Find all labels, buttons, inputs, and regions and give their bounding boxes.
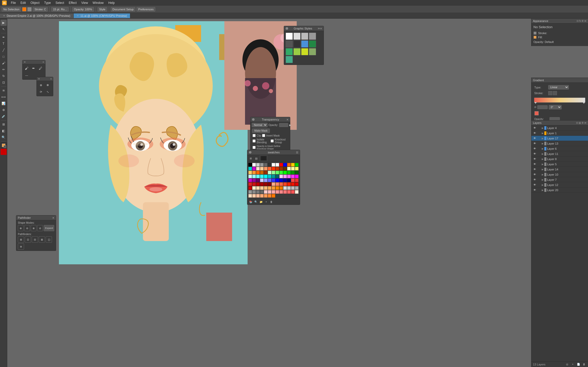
new-color-group-btn[interactable]: 📁 [259, 199, 263, 204]
swatch-cell-11[interactable] [291, 163, 295, 167]
swatch-cell-82[interactable] [264, 186, 268, 190]
transparency-arrow[interactable]: ▶ [289, 124, 291, 126]
show-all-swatches-btn[interactable]: ⊞ [248, 156, 253, 161]
swatch-cell-2[interactable] [256, 163, 260, 167]
swatch-cell-9[interactable] [283, 163, 287, 167]
swatch-cell-89[interactable] [291, 186, 295, 190]
appearance-expand-btn[interactable]: ≫ [584, 20, 586, 22]
swatch-cell-97[interactable] [272, 190, 275, 194]
swatch-cell-74[interactable] [283, 182, 287, 186]
swatch-cell-19[interactable] [272, 167, 275, 170]
swatch-cell-25[interactable] [295, 167, 299, 170]
clip-checkbox[interactable] [253, 134, 256, 137]
swatch-cell-110[interactable] [272, 194, 275, 198]
brush-btn-4[interactable]: — [24, 72, 30, 78]
swatch-cell-13[interactable] [248, 167, 252, 170]
swatch-cell-32[interactable] [272, 171, 275, 174]
layer-expand-1[interactable]: ▶ [542, 132, 544, 134]
layer-lock-7[interactable] [537, 162, 541, 166]
swatch-cell-26[interactable] [248, 171, 252, 174]
gradient-type-select[interactable]: Linear [548, 85, 569, 89]
swatch-cell-1[interactable] [252, 163, 256, 167]
gradient-stop-left[interactable] [534, 102, 537, 104]
brush-btn-1[interactable]: 🖌 [24, 65, 30, 71]
layer-expand-4[interactable]: ▶ [542, 147, 544, 150]
layer-eye-2[interactable]: 👁 [533, 137, 537, 140]
layer-expand-12[interactable]: ▶ [542, 189, 544, 191]
swatch-cell-48[interactable] [283, 175, 287, 178]
layer-item-3[interactable]: 👁▶Layer 13 [531, 141, 588, 146]
layer-item-10[interactable]: 👁▶Layer 7 [531, 177, 588, 182]
layer-lock-8[interactable] [537, 168, 541, 171]
gradient-stroke-icon-1[interactable] [548, 91, 552, 95]
close-icon-1[interactable]: ✕ [77, 14, 79, 17]
swatch-cell-87[interactable] [283, 186, 287, 190]
swatch-cell-106[interactable] [256, 194, 260, 198]
brush-selector[interactable]: 15 pt. Ro... [51, 7, 69, 12]
swatch-cell-93[interactable] [256, 190, 260, 194]
swatch-cell-96[interactable] [268, 190, 271, 194]
layer-eye-8[interactable]: 👁 [533, 168, 537, 171]
layer-eye-12[interactable]: 👁 [533, 188, 537, 192]
graphic-style-swatch-7[interactable] [309, 40, 316, 48]
blend-tool[interactable]: ⊕ [1, 107, 7, 113]
swatch-cell-4[interactable] [264, 163, 268, 167]
swatch-cell-84[interactable] [272, 186, 275, 190]
layer-eye-1[interactable]: 👁 [533, 131, 537, 135]
transparency-opacity-input[interactable]: 100% [279, 123, 288, 127]
layer-item-8[interactable]: 👁▶Layer 14 [531, 167, 588, 172]
swatch-cell-75[interactable] [287, 182, 291, 186]
graphic-styles-close-btn[interactable] [286, 27, 288, 30]
swatch-cell-22[interactable] [283, 167, 287, 170]
layer-item-5[interactable]: 👁▶Layer 11 [531, 151, 588, 156]
swatch-cell-66[interactable] [252, 182, 256, 186]
swatch-cell-78[interactable] [248, 186, 252, 190]
layer-item-9[interactable]: 👁▶Layer 10 [531, 172, 588, 177]
swatches-close-btn[interactable] [249, 151, 251, 154]
swatch-cell-100[interactable] [283, 190, 287, 194]
layer-eye-7[interactable]: 👁 [533, 162, 537, 166]
pencil-tool[interactable]: ✏ [1, 66, 7, 73]
minus-back-btn[interactable]: ⊛ [18, 243, 24, 250]
layers-icon-3[interactable]: ⚙ [582, 122, 584, 124]
graphic-styles-menu-btn[interactable]: ✕ [320, 27, 322, 30]
swatch-cell-105[interactable] [252, 194, 256, 198]
layer-eye-0[interactable]: 👁 [533, 126, 537, 130]
gradient-stroke-icon-2[interactable] [553, 91, 557, 95]
swatch-cell-42[interactable] [260, 175, 264, 178]
layer-eye-5[interactable]: 👁 [533, 152, 537, 156]
swatch-cell-5[interactable] [268, 163, 271, 167]
layer-eye-9[interactable]: 👁 [533, 173, 537, 176]
mesh-tool[interactable]: ⊞ [1, 121, 7, 128]
swatch-cell-23[interactable] [287, 167, 291, 170]
swatch-cell-37[interactable] [291, 171, 295, 174]
transparency-menu-btn[interactable]: ✕ [286, 118, 288, 121]
layers-expand-btn[interactable]: ≫ [584, 122, 586, 124]
fill-color-box[interactable] [22, 7, 26, 11]
swatch-cell-21[interactable] [279, 167, 283, 170]
crop-btn[interactable]: ⊠ [39, 236, 45, 243]
swatch-cell-52[interactable] [248, 178, 252, 182]
direct-select-tool[interactable]: ↖ [1, 26, 7, 32]
layer-expand-9[interactable]: ▶ [542, 173, 544, 176]
swatch-cell-86[interactable] [279, 186, 283, 190]
brush-btn-2[interactable]: ✒ [30, 65, 37, 71]
gradient-stop-right[interactable] [583, 102, 585, 104]
layer-lock-10[interactable] [537, 178, 541, 182]
swatch-cell-50[interactable] [291, 175, 295, 178]
graphic-styles-expand-btn[interactable]: ≫ [318, 27, 320, 30]
swatch-cell-85[interactable] [276, 186, 279, 190]
layer-expand-7[interactable]: ▶ [542, 163, 544, 166]
menu-view[interactable]: View [79, 1, 90, 5]
tab-0[interactable]: ✕ Deseret Empire 2.ai @ 100% (RGB/GPU Pr… [0, 13, 74, 18]
swatch-cell-76[interactable] [291, 182, 295, 186]
swatch-cell-49[interactable] [287, 175, 291, 178]
swatch-cell-7[interactable] [276, 163, 279, 167]
swatch-cell-108[interactable] [264, 194, 268, 198]
close-icon-0[interactable]: ✕ [3, 14, 5, 17]
swatch-cell-46[interactable] [276, 175, 279, 178]
knockout-group-checkbox[interactable] [271, 139, 274, 143]
swatch-cell-29[interactable] [260, 171, 264, 174]
gradient-angle-input[interactable]: 0° [537, 105, 548, 109]
pathfinder-close-btn[interactable]: ✕ [52, 216, 54, 219]
